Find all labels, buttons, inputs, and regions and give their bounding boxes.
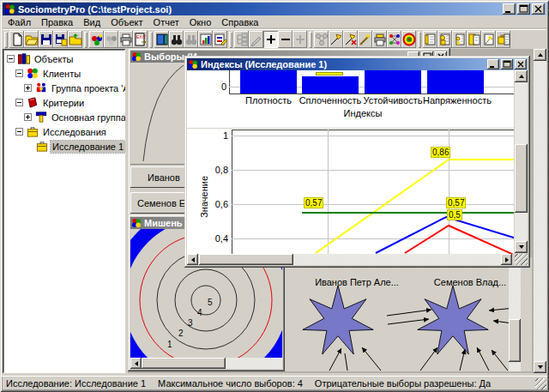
edit-item-button[interactable] [249, 31, 263, 48]
scroll-down-button[interactable] [515, 241, 528, 253]
toolbar-grip[interactable] [4, 32, 7, 47]
status-bar: Исследование: Исследование 1 Максимально… [2, 376, 547, 390]
value-label-blue: 0,5 [447, 209, 462, 220]
print-icon [119, 33, 133, 46]
app-icon [188, 59, 198, 69]
scrollbar-thumb[interactable] [199, 254, 293, 265]
open-project-button[interactable] [24, 31, 39, 48]
scrollbar-thumb[interactable] [142, 358, 226, 369]
delete-choice-icon [344, 33, 358, 46]
bar-plotnost [240, 70, 297, 93]
report-criteria-button[interactable] [467, 31, 481, 48]
exit-button[interactable]: EXIT [133, 31, 148, 48]
print-button[interactable] [118, 31, 133, 48]
toolbar-grip[interactable] [229, 32, 232, 47]
report-values-button[interactable] [481, 31, 496, 48]
selected-tree-label: Исследование 1 [51, 141, 125, 153]
scrollbar-thumb[interactable] [515, 144, 528, 213]
sociogram-view-button[interactable] [387, 31, 401, 48]
scrollbar-thumb[interactable] [509, 319, 521, 362]
bar-splochennost [302, 76, 359, 93]
research-icon [26, 125, 39, 138]
expand-icon[interactable] [24, 113, 32, 121]
report-choices-button[interactable] [423, 31, 437, 48]
mdi-scroll-up-button[interactable] [534, 49, 546, 61]
find-button[interactable] [169, 31, 184, 48]
remove-item-button[interactable] [278, 31, 293, 48]
toolbar-grip[interactable] [418, 32, 420, 47]
link-objects-button[interactable] [314, 31, 329, 48]
collapse-icon[interactable] [7, 55, 15, 63]
indeksy-titlebar[interactable]: Индексы (Исследование 1) [187, 58, 528, 70]
report-clients-button[interactable] [437, 31, 452, 48]
toolbar-grip[interactable] [149, 32, 152, 47]
collapse-icon[interactable] [15, 69, 23, 77]
add-item-button[interactable] [263, 31, 278, 48]
menu-bar: Файл Правка Вид Объект Отчет Окно Справк… [3, 16, 546, 28]
scroll-left-button[interactable] [130, 358, 142, 369]
menu-window[interactable]: Окно [184, 17, 217, 28]
minimize-button[interactable] [487, 59, 499, 69]
expand-icon[interactable] [24, 84, 32, 92]
tree-item-criteria[interactable]: Критерии [3, 95, 125, 110]
ring-label-2: 2 [178, 329, 184, 338]
find-next-button[interactable] [184, 31, 198, 48]
target-view-button[interactable] [401, 31, 416, 48]
show-panel-button[interactable] [154, 31, 169, 48]
app-titlebar[interactable]: SociometryPro (C:\testProject.soi) [3, 3, 546, 15]
menu-file[interactable]: Файл [3, 17, 36, 28]
menu-object[interactable]: Объект [106, 17, 148, 28]
tree-item-researches[interactable]: Исследования [3, 124, 125, 139]
close-button[interactable] [515, 59, 527, 69]
collapse-icon[interactable] [15, 99, 23, 106]
wand-icon [359, 33, 372, 46]
minimize-button[interactable] [503, 3, 516, 15]
add-all-button[interactable] [293, 31, 307, 48]
ring-label-1: 1 [167, 340, 172, 349]
new-document-button[interactable] [9, 31, 24, 48]
toolbar-grip[interactable] [84, 32, 87, 47]
print-report-icon [373, 33, 387, 46]
collapse-icon[interactable] [15, 128, 23, 136]
menu-report[interactable]: Отчет [148, 17, 184, 28]
maximize-button[interactable] [517, 3, 530, 15]
menu-edit[interactable]: Правка [36, 17, 78, 28]
binoculars-icon [170, 33, 184, 46]
copy-object-button[interactable] [104, 31, 118, 48]
mdi-vscrollbar[interactable] [534, 61, 546, 361]
wand-tool-button[interactable] [358, 31, 372, 48]
tree-item-clients[interactable]: Клиенты [3, 66, 125, 81]
tree-item-research-1[interactable]: Исследование 1 [3, 139, 125, 154]
bar-cat-2: Сплоченность [298, 95, 363, 106]
toolbar-grip[interactable] [309, 32, 311, 47]
tree-item-client-group[interactable]: Группа проекта 'Alp [3, 81, 125, 95]
app-resize-grip[interactable] [535, 378, 546, 389]
window-resize-grip[interactable] [515, 254, 528, 265]
bar-label-clipped [316, 72, 343, 75]
close-button[interactable] [532, 3, 545, 15]
tree-item-objects[interactable]: Объекты [3, 51, 125, 66]
report-research-button[interactable] [496, 31, 510, 48]
menu-help[interactable]: Справка [216, 17, 263, 28]
sociogram-canvas[interactable] [285, 257, 521, 371]
tree-item-criteria-group[interactable]: Основная группа кр [3, 110, 125, 124]
delete-choice-button[interactable] [343, 31, 358, 48]
expand-tree-button[interactable] [234, 31, 249, 48]
scroll-right-button[interactable] [501, 254, 512, 265]
open-database-button[interactable] [68, 31, 82, 48]
line-ytick-1: 1 [209, 130, 228, 141]
add-object-button[interactable] [89, 31, 104, 48]
add-choice-button[interactable] [329, 31, 343, 48]
save-project-button[interactable] [39, 31, 53, 48]
ring-label-3: 3 [188, 318, 193, 328]
edit-chart-button[interactable] [213, 31, 227, 48]
maximize-button[interactable] [501, 59, 513, 69]
mdi-scroll-down-button[interactable] [534, 361, 546, 373]
scroll-left-button[interactable] [187, 254, 198, 265]
scroll-up-button[interactable] [515, 70, 528, 82]
show-chart-button[interactable] [198, 31, 213, 48]
menu-view[interactable]: Вид [78, 17, 106, 28]
print-report-button[interactable] [372, 31, 387, 48]
save-database-button[interactable] [53, 31, 68, 48]
report-client-card-button[interactable] [452, 31, 467, 48]
